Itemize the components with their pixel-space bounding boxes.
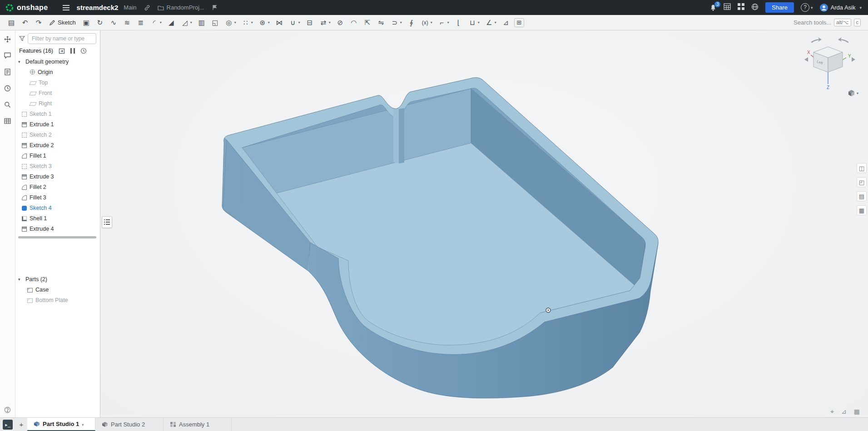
loft-icon[interactable]: ≋: [122, 17, 133, 28]
feature-item-front-plane[interactable]: Front: [15, 88, 100, 98]
feature-item-shell1[interactable]: Shell 1: [15, 213, 100, 223]
feature-history-icon[interactable]: [80, 48, 87, 54]
graphics-area[interactable]: X Y Z Left ▾ ◫ ◰ ▤ ▦ ⌖ ⊿ ▦: [100, 30, 868, 417]
revolve-icon[interactable]: ↻: [94, 17, 105, 28]
user-menu[interactable]: Arda Asik: [820, 4, 862, 12]
chamfer-icon[interactable]: ◢: [166, 17, 177, 28]
appearance-icon[interactable]: ◰: [857, 177, 867, 187]
move-face-icon[interactable]: ⇱: [362, 17, 373, 28]
feature-item-origin[interactable]: Origin: [15, 67, 100, 77]
share-button[interactable]: Share: [765, 2, 794, 13]
tab-assembly-1[interactable]: Assembly 1: [164, 418, 232, 431]
help-rail-icon[interactable]: [3, 405, 13, 415]
helix-icon[interactable]: ∮: [406, 17, 417, 28]
app-store-button[interactable]: [738, 3, 744, 12]
replace-face-icon[interactable]: ⇋: [376, 17, 387, 28]
origin-marker[interactable]: [546, 308, 551, 312]
hole-icon[interactable]: ◎: [223, 17, 234, 28]
tables-icon[interactable]: [3, 116, 13, 126]
feature-item-sketch1[interactable]: Sketch 1: [15, 109, 100, 119]
measure-icon[interactable]: ∠: [484, 17, 495, 28]
spreadsheet-button[interactable]: [724, 3, 731, 12]
display-states-icon[interactable]: ▤: [857, 191, 867, 201]
sweep-icon[interactable]: ∿: [108, 17, 119, 28]
chevron-down-icon[interactable]: [447, 20, 451, 25]
variable-icon[interactable]: (x): [420, 17, 431, 28]
grid-status-icon[interactable]: ▦: [854, 408, 860, 416]
extrude-icon[interactable]: ▣: [81, 17, 92, 28]
feature-item-top-plane[interactable]: Top: [15, 77, 100, 88]
parts-group[interactable]: Parts (2): [15, 274, 100, 284]
chevron-down-icon[interactable]: [234, 20, 238, 25]
tab-feature-icon[interactable]: ⊔: [467, 17, 478, 28]
move-tool-icon[interactable]: [3, 34, 13, 44]
notes-icon[interactable]: [3, 67, 13, 77]
suppress-icon[interactable]: [70, 48, 75, 54]
rollback-end-icon[interactable]: [59, 48, 65, 54]
redo-icon[interactable]: ↷: [33, 17, 44, 28]
linear-pattern-icon[interactable]: ∷: [240, 17, 251, 28]
feature-item-extrude1[interactable]: Extrude 1: [15, 119, 100, 129]
feature-item-sketch4[interactable]: Sketch 4: [15, 203, 100, 213]
measure-status-icon[interactable]: ⊿: [841, 408, 847, 416]
fillet-icon[interactable]: ◜: [149, 17, 160, 28]
undo-icon[interactable]: ↶: [20, 17, 30, 28]
custom-tables-icon[interactable]: ▦: [857, 205, 867, 215]
globe-button[interactable]: [751, 3, 759, 12]
modify-fillet-icon[interactable]: ◠: [348, 17, 359, 28]
view-options-button[interactable]: ▾: [848, 89, 858, 97]
feature-list-toggle-icon[interactable]: ▤: [6, 17, 17, 28]
feature-group-default-geometry[interactable]: Default geometry: [15, 56, 100, 67]
part-item-bottom-plate[interactable]: Bottom Plate: [15, 295, 100, 305]
document-title[interactable]: streamdeck2: [77, 4, 119, 11]
offset-surface-icon[interactable]: ⊃: [389, 17, 400, 28]
split-icon[interactable]: ⊟: [304, 17, 315, 28]
feature-item-extrude3[interactable]: Extrude 3: [15, 171, 100, 182]
chevron-down-icon[interactable]: [251, 20, 255, 25]
3d-model-case[interactable]: [100, 30, 868, 417]
sheet-metal-icon[interactable]: ⌐: [436, 17, 447, 28]
feature-item-extrude4[interactable]: Extrude 4: [15, 223, 100, 234]
feature-item-sketch2[interactable]: Sketch 2: [15, 129, 100, 140]
share-link-icon[interactable]: [144, 5, 150, 11]
chevron-down-icon[interactable]: [495, 20, 499, 25]
add-tab-button[interactable]: [15, 418, 27, 431]
view-cube[interactable]: X Y Z Left: [801, 31, 860, 91]
notifications-button[interactable]: 3: [709, 4, 717, 11]
transform-icon[interactable]: ⇄: [318, 17, 329, 28]
configurations-icon[interactable]: ◫: [857, 163, 867, 173]
tab-part-studio-1[interactable]: Part Studio 1: [27, 418, 95, 431]
help-menu[interactable]: ?: [801, 3, 813, 12]
search-tools[interactable]: Search tools... alt/⌥ c: [794, 19, 863, 26]
thicken-icon[interactable]: ≣: [135, 17, 146, 28]
history-icon[interactable]: [3, 83, 13, 93]
chevron-down-icon[interactable]: [82, 421, 84, 427]
comments-icon[interactable]: [3, 50, 13, 60]
delete-part-icon[interactable]: ⊘: [335, 17, 346, 28]
crosshair-icon[interactable]: ⌖: [830, 408, 834, 416]
boolean-icon[interactable]: ∪: [288, 17, 298, 28]
chevron-down-icon[interactable]: [268, 20, 272, 25]
shell-icon[interactable]: ◱: [210, 17, 221, 28]
chevron-down-icon[interactable]: [400, 20, 404, 25]
draft-icon[interactable]: ◿: [179, 17, 190, 28]
feature-item-sketch3[interactable]: Sketch 3: [15, 161, 100, 171]
search-icon[interactable]: [3, 99, 13, 109]
project-label[interactable]: RandomProj...: [167, 4, 204, 11]
feature-item-fillet3[interactable]: Fillet 3: [15, 192, 100, 203]
branch-flag-icon[interactable]: [212, 5, 218, 10]
feature-item-right-plane[interactable]: Right: [15, 98, 100, 109]
panel-collapse-handle[interactable]: [102, 216, 112, 228]
chevron-down-icon[interactable]: [431, 20, 435, 25]
filter-funnel-icon[interactable]: [19, 36, 25, 41]
chevron-down-icon[interactable]: [298, 20, 303, 25]
mirror-icon[interactable]: ⋈: [274, 17, 285, 28]
custom-feature-icon[interactable]: ⊞: [514, 18, 524, 27]
chevron-down-icon[interactable]: [160, 20, 164, 25]
main-menu-icon[interactable]: [63, 5, 69, 10]
rib-icon[interactable]: ▥: [196, 17, 207, 28]
onshape-logo[interactable]: onshape: [0, 4, 48, 12]
feature-item-fillet2[interactable]: Fillet 2: [15, 182, 100, 192]
filter-input[interactable]: [28, 33, 96, 44]
chevron-down-icon[interactable]: [190, 20, 194, 25]
